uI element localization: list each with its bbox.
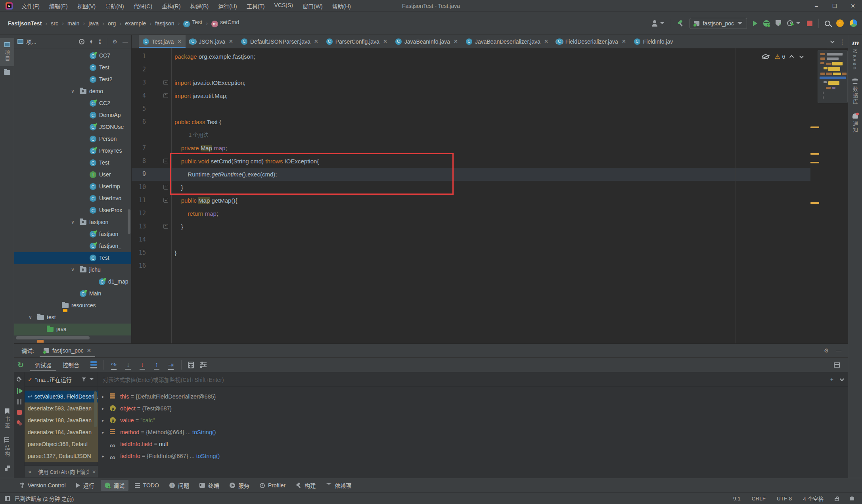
close-icon[interactable]: ✕ [314,38,318,44]
restore-layout-icon[interactable] [834,362,840,368]
gradle-sphere-icon[interactable] [850,19,857,27]
gear-icon[interactable]: ⚙ [112,38,117,45]
tool-window-quick-access-icon[interactable] [5,496,10,501]
stack-frame-row[interactable]: deserialze:188, JavaBean [25,414,98,426]
menu-item[interactable]: 文件(F) [17,1,44,11]
tool-window-button-bug[interactable]: 调试 [101,480,128,491]
chevron-down-icon[interactable]: ∨ [71,88,75,94]
tree-vertical-scrollbar[interactable] [128,209,130,234]
minimize-button[interactable]: – [807,0,826,12]
fold-marker-icon[interactable]: ˆ [163,93,168,98]
caret-position[interactable]: 9:1 [733,496,741,502]
fold-marker-icon[interactable]: − [163,159,168,163]
evaluate-expression-icon[interactable] [188,362,194,368]
hide-panel-icon[interactable]: — [123,38,128,45]
layout-settings-icon[interactable] [200,362,207,367]
fold-marker-icon[interactable]: ˆ [163,224,168,229]
chevron-down-icon[interactable] [840,376,844,381]
sidebar-item-structure[interactable]: 结构 [0,433,14,462]
breadcrumb-item[interactable]: CTest [183,19,202,27]
close-icon[interactable]: ✕ [544,38,548,44]
debug-view-tab[interactable]: 调试器 [30,358,56,371]
warning-stripe-mark[interactable] [810,126,819,128]
tostring-link[interactable]: toString() [192,429,216,435]
gear-icon[interactable]: ⚙ [824,347,829,354]
evaluate-expression-field[interactable]: 对表达式求值(Enter)或添加监视(Ctrl+Shift+Enter) + [98,372,848,387]
breadcrumb-item[interactable]: FastjsonTest [8,20,42,27]
debug-view-tab[interactable]: 控制台 [58,358,84,371]
usages-inlay-hint[interactable]: 1 个用法 [189,128,209,142]
resume-icon[interactable] [19,388,23,394]
line-ending[interactable]: CRLF [752,496,766,502]
tool-window-button-deps[interactable]: 依赖项 [322,480,355,491]
run-configuration-select[interactable]: fastjson_poc [690,18,747,29]
stack-frame-row[interactable]: deserialze:184, JavaBean [25,426,98,438]
tree-item[interactable]: Cfastjson_ [14,240,132,252]
stack-frame-row[interactable]: parseObject:368, Defaul [25,438,98,450]
breadcrumb-item[interactable]: msetCmd [211,19,239,27]
chevron-right-icon[interactable]: ▸ [102,402,104,414]
tree-item[interactable]: ∨demo [14,86,132,98]
debug-session-tab[interactable]: fastjson_poc ✕ [40,344,95,357]
tree-item[interactable]: Cd1_map [14,276,132,288]
tool-window-button-terminal[interactable]: 终端 [195,480,223,491]
tree-item[interactable]: CCC7 [14,50,132,62]
chevron-right-icon[interactable]: ▸ [102,414,104,426]
chevron-down-icon[interactable] [830,39,835,43]
bell-icon[interactable] [850,496,854,500]
settings-wrench-icon[interactable] [17,377,22,383]
chevron-down-icon[interactable]: ∨ [71,267,75,272]
menu-item[interactable]: 构建(B) [186,1,213,11]
show-more-icon[interactable]: » [25,469,35,475]
stop-button[interactable] [807,21,812,26]
menu-item[interactable]: 代码(C) [130,1,156,11]
editor-tab[interactable]: CParserConfig.java✕ [322,35,391,48]
tree-item[interactable]: CMain [14,288,132,300]
tree-item[interactable]: CJSONUse [14,121,132,133]
tree-item[interactable]: java [14,324,132,335]
fold-marker-icon[interactable]: − [163,198,168,203]
warning-stripe-mark[interactable] [810,202,819,204]
chevron-right-icon[interactable]: ▸ [102,426,104,438]
editor-tab[interactable]: CTest.java✕ [139,35,186,48]
menu-item[interactable]: 帮助(H) [328,1,355,11]
variable-row[interactable]: ▸pvalue = "calc" [98,414,848,426]
tostring-link[interactable]: toString() [196,453,220,459]
stack-frame-row[interactable]: deserialze:593, JavaBean [25,402,98,414]
hide-panel-icon[interactable]: — [836,347,841,354]
breadcrumb-item[interactable]: src [51,20,58,27]
tree-item[interactable]: ∨jichu [14,264,132,276]
breadcrumb-item[interactable]: example [125,20,146,27]
lock-icon[interactable] [835,498,839,501]
tool-window-button-hammer[interactable]: 构建 [292,480,320,491]
filter-funnel-icon[interactable] [82,378,86,381]
menu-item[interactable]: 重构(R) [158,1,184,11]
collapse-all-icon[interactable]: ▼▲ [98,40,102,44]
chevron-down-icon[interactable]: ∨ [71,219,75,225]
stack-frame-row[interactable]: parse:1327, DefaultJSON [25,450,98,462]
editor-tab[interactable]: CFieldInfo.jav [630,35,677,48]
pause-icon[interactable] [17,399,21,404]
debug-button[interactable] [763,20,770,27]
maximize-button[interactable]: ☐ [826,0,844,12]
close-icon[interactable]: ✕ [454,38,458,44]
warning-stripe-mark[interactable] [810,153,819,155]
menu-item[interactable]: VCS(S) [270,1,297,11]
warning-stripe-mark[interactable] [810,162,819,163]
stack-frame-row[interactable]: ↩setValue:98, FieldDeseria [25,391,98,402]
tree-item[interactable]: CCC2 [14,98,132,109]
tree-item[interactable]: ∨fastjson [14,217,132,228]
more-options-icon[interactable]: ⋮ [839,38,845,46]
sidebar-item-bookmarks[interactable]: 书签 [0,404,14,433]
tree-item[interactable]: CPerson [14,133,132,145]
project-panel-title[interactable]: 项... [17,38,36,46]
sidebar-item-commit[interactable] [0,66,14,79]
tree-item[interactable]: CUserProx [14,205,132,217]
editor-tab[interactable]: CFieldDeserializer.java✕ [552,35,630,48]
tree-item[interactable]: CTest2 [14,74,132,86]
variable-row[interactable]: oofieldInfo.field = null [98,438,848,450]
chevron-right-icon[interactable]: ▸ [102,450,104,462]
stop-icon[interactable] [17,410,22,415]
indent-style[interactable]: 4 个空格 [803,494,824,502]
code-editor[interactable]: ⚠6 1package org.example.fastjson;23−impo… [132,48,848,343]
